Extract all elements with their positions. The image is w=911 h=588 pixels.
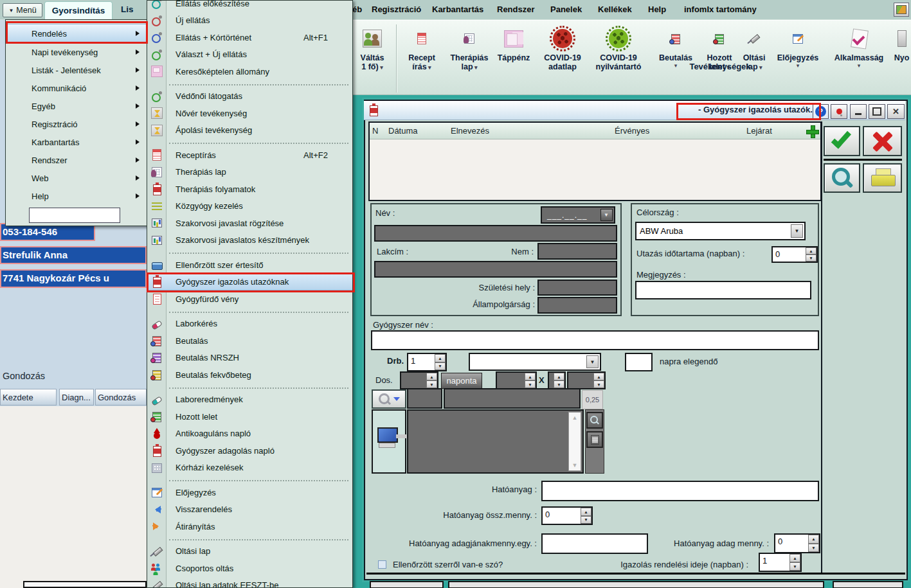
gyogyszer-nev-input[interactable] xyxy=(371,330,819,350)
submenu-item-hozott-lelet[interactable]: Hozott lelet xyxy=(147,408,352,425)
hatoanyag-ossz-spinner[interactable]: 0▲▼ xyxy=(541,506,593,525)
menu-item-help[interactable]: Help xyxy=(6,187,147,205)
spinner-value[interactable] xyxy=(497,373,525,388)
chevron-down-icon[interactable]: ▼ xyxy=(791,224,803,238)
spin-down-icon[interactable]: ▼ xyxy=(789,562,800,571)
submenu-item-therápiás-folyamatok[interactable]: Therápiás folyamatok xyxy=(147,181,352,198)
drb-combo[interactable]: ▼ xyxy=(469,353,601,371)
toolbar-button-nyo[interactable]: Nyo xyxy=(892,24,911,92)
certificates-table[interactable]: NDátumaElnevezésÉrvényesLejárat xyxy=(368,121,822,201)
submenu-item-keresőképtelen-állomány[interactable]: Keresőképtelen állomány xyxy=(147,63,352,80)
toolbar-button-covid-19-nyilvántartó[interactable]: COVID-19nyilvántartó xyxy=(590,24,647,92)
ok-button[interactable] xyxy=(824,126,860,156)
naponta-button[interactable]: naponta xyxy=(441,373,482,389)
close-button[interactable] xyxy=(887,104,905,119)
submenu-item-therápiás-lap[interactable]: Therápiás lap xyxy=(147,164,352,181)
submenu-item-új-ellátás[interactable]: Új ellátás xyxy=(147,12,352,30)
submenu-item-ellenőrzött-szer-értesítő[interactable]: Ellenőrzött szer értesítő xyxy=(147,256,352,274)
chevron-down-icon[interactable]: ▼ xyxy=(600,209,613,221)
help-button[interactable]: ? xyxy=(813,104,829,119)
table-column-érvényes[interactable]: Érvényes xyxy=(612,126,744,136)
dose-box-1[interactable] xyxy=(407,388,442,409)
document-button[interactable] xyxy=(586,431,603,448)
spin-down-icon[interactable]: ▼ xyxy=(806,254,816,262)
spin-up-icon[interactable]: ▲ xyxy=(554,373,564,380)
spin-up-icon[interactable]: ▲ xyxy=(808,535,819,544)
submenu-item-receptírás[interactable]: ReceptírásAlt+F2 xyxy=(147,147,352,164)
menu-item-rendelés[interactable]: Rendelés xyxy=(6,24,147,43)
toolbar-button-hozott-lelet[interactable]: Hozottlelet ▾ xyxy=(701,24,738,92)
menu-button[interactable]: ▼Menü xyxy=(3,3,42,17)
toolbar-button-előjegyzés[interactable]: Előjegyzés▾ xyxy=(770,24,825,92)
spin-up-icon[interactable]: ▲ xyxy=(426,373,437,380)
table-column-n[interactable]: N xyxy=(370,126,386,136)
menu-item-napi-tevékenység[interactable]: Napi tevékenység xyxy=(6,43,147,61)
submenu-item-választ-új-ellátás[interactable]: Választ + Új ellátás xyxy=(147,46,352,64)
dose-box-2[interactable] xyxy=(444,388,581,409)
toolbar-button-váltás-1-fő[interactable]: Váltás1 fő) ▾ xyxy=(350,24,395,92)
menu-item-listák-jelentések[interactable]: Listák - Jelentések xyxy=(6,61,147,79)
submenu-item-csoportos-oltás[interactable]: Csoportos oltás xyxy=(147,560,352,577)
minimize-button[interactable] xyxy=(850,104,867,119)
spinner-value[interactable]: 0 xyxy=(775,535,808,552)
spinner-value[interactable]: 1 xyxy=(760,554,789,571)
menu-item-karbantartás[interactable]: Karbantartás xyxy=(6,133,147,151)
print-button[interactable] xyxy=(863,163,902,193)
allampolgarsag-input[interactable] xyxy=(537,297,617,314)
submenu-item-közgyógy-kezelés[interactable]: Közgyógy kezelés xyxy=(147,198,352,215)
menubar-item-rendszer[interactable]: Rendszer xyxy=(497,0,535,19)
menubar-item-regisztráció[interactable]: Regisztráció xyxy=(372,0,421,19)
care-column-gondozás[interactable]: Gondozás xyxy=(95,389,147,405)
tab-gyorsinditas[interactable]: Gyorsindítás xyxy=(44,1,113,19)
submenu-item-beutalás-fekvőbeteg[interactable]: Beutalás fekvőbeteg xyxy=(147,366,352,384)
toolbar-button-táppénz[interactable]: Táppénz xyxy=(494,24,534,92)
submenu-item-beutalás-nrszh[interactable]: Beutalás NRSZH xyxy=(147,350,352,367)
menubar-item-karbantartás[interactable]: Karbantartás xyxy=(432,0,483,19)
submenu-item-laboreredmények[interactable]: Laboreredmények xyxy=(147,391,352,409)
menubar-item-éb[interactable]: éb xyxy=(352,0,362,19)
menubar-item-help[interactable]: Help xyxy=(648,0,666,19)
menubar-item-panelek[interactable]: Panelek xyxy=(550,0,582,19)
napra-input[interactable] xyxy=(625,353,653,371)
search-button[interactable] xyxy=(824,163,860,193)
spin-down-icon[interactable]: ▼ xyxy=(426,380,437,388)
spinner-value[interactable] xyxy=(549,373,554,388)
submenu-item-gyógyfürdő-vény[interactable]: Gyógyfürdő vény xyxy=(147,290,352,308)
submenu-item-előjegyzés[interactable]: Előjegyzés xyxy=(147,484,352,501)
toolbar-button-oltási-lap[interactable]: Oltásilap ▾ xyxy=(738,24,770,92)
computer-panel[interactable] xyxy=(372,409,406,474)
toolbar-button-recept-írás[interactable]: Receptírás ▾ xyxy=(399,24,445,92)
spinner-value[interactable]: 0 xyxy=(773,247,806,262)
scrollbar[interactable]: ▲▼ xyxy=(568,412,581,471)
submenu-item-gyógyszer-igazolás-utazóknak[interactable]: Gyógyszer igazolás utazóknak xyxy=(147,274,352,291)
submenu-item-ellátás-kórtörténet[interactable]: Ellátás + KórtörténetAlt+F1 xyxy=(147,29,352,46)
care-column-diagn[interactable]: Diagn... xyxy=(59,389,94,405)
drb-spinner[interactable]: 1▲▼ xyxy=(407,353,447,371)
submenu-item-védőnői-látogatás[interactable]: Védőnői látogatás xyxy=(147,88,352,105)
submenu-item-szakorvosi-javaslat-rögzítése[interactable]: Szakorvosi javaslat rögzítése xyxy=(147,215,352,232)
szuletesi-hely-input[interactable] xyxy=(537,280,617,296)
spin-up-icon[interactable]: ▲ xyxy=(435,354,446,362)
spin-down-icon[interactable]: ▼ xyxy=(581,516,591,524)
menubar-item-infomix-tartomány[interactable]: infomIx tartomány xyxy=(684,0,757,19)
submenu-item-szakorvosi-javaslatos-készítmények[interactable]: Szakorvosi javaslatos készítmények xyxy=(147,232,352,249)
scroll-down-icon[interactable]: ▼ xyxy=(572,462,578,468)
description-textarea[interactable]: ▲▼ xyxy=(407,409,584,474)
submenu-item-ápolási-tevékenység[interactable]: Ápolási tevékenység xyxy=(147,122,352,139)
menubar-item-partial[interactable]: Lis xyxy=(121,4,134,14)
spinner-value[interactable] xyxy=(401,373,426,388)
spin-up-icon[interactable]: ▲ xyxy=(581,508,591,516)
spin-down-icon[interactable]: ▼ xyxy=(808,544,819,553)
spin-up-icon[interactable]: ▲ xyxy=(789,554,800,562)
cancel-button[interactable] xyxy=(863,126,902,156)
table-column-dátuma[interactable]: Dátuma xyxy=(386,126,448,136)
table-column-lejárat[interactable]: Lejárat xyxy=(744,126,804,136)
zoom-text-button[interactable] xyxy=(586,412,603,429)
menu-item-kommunikáció[interactable]: Kommunikáció xyxy=(6,79,147,97)
submenu-item-antikoaguláns-napló[interactable]: Antikoaguláns napló xyxy=(147,425,352,443)
menubar-item-kellékek[interactable]: Kellékek xyxy=(598,0,632,19)
spin-down-icon[interactable]: ▼ xyxy=(593,380,604,388)
dos-spinner-1[interactable]: ▲▼ xyxy=(400,371,438,389)
dos-spinner-3[interactable]: ▲▼ xyxy=(567,371,606,389)
submenu-item-ellátás-előkészítése[interactable]: Ellátás előkészítése xyxy=(147,0,352,12)
